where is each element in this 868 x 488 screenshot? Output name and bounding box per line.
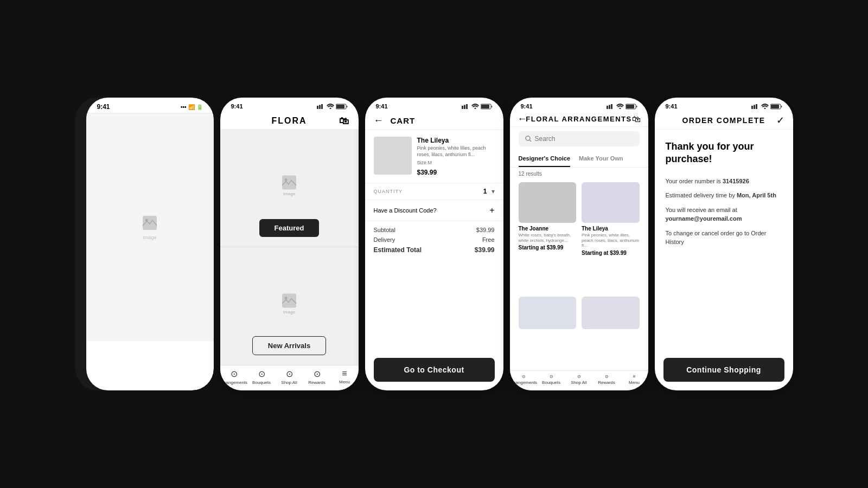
cart-item-details: The Lileya Pink peonies, white lilies, p…: [417, 137, 495, 176]
tab-make-your-own[interactable]: Make Your Own: [579, 151, 623, 167]
nav-rewards[interactable]: ⊙ Rewards: [303, 369, 331, 385]
new-arrivals-section: Image New Arrivals: [220, 247, 359, 365]
arrangements-icon: ⊙: [231, 369, 238, 379]
phone-flora-home: 9:41 FLORA 🛍 Image Featured: [220, 98, 359, 390]
arr-nav-bouquets[interactable]: ⊙ Bouquets: [538, 374, 565, 385]
svg-line-25: [529, 140, 531, 142]
svg-rect-27: [754, 105, 755, 110]
search-input[interactable]: [535, 135, 633, 143]
arr-nav-shop-all[interactable]: ⊙ Shop All: [565, 374, 593, 385]
cart-quantity-value: 1: [483, 188, 487, 195]
cart-discount-label: Have a Discount Code?: [374, 207, 437, 214]
svg-rect-17: [481, 105, 489, 108]
svg-rect-23: [626, 105, 634, 108]
search-bar[interactable]: [519, 131, 640, 146]
new-arrivals-button[interactable]: New Arrivals: [252, 336, 326, 355]
order-number: 31415926: [723, 178, 749, 184]
product-card-3[interactable]: [519, 297, 577, 367]
cart-back-button[interactable]: ←: [374, 115, 384, 126]
tabs-row: Designer's Choice Make Your Own: [510, 151, 648, 168]
svg-point-15: [474, 108, 476, 110]
svg-rect-14: [466, 104, 468, 109]
flora-sections: Image Featured Image New Arrivals: [220, 129, 359, 365]
time-ghost: 9:41: [97, 103, 110, 111]
phone-cart: 9:41 ← CART The Lileya Pink peonies, whi…: [365, 98, 503, 390]
featured-section: Image Featured: [220, 129, 359, 247]
signal-ghost: •••: [181, 104, 187, 110]
cart-subtotal-row: Subtotal $39.99: [374, 227, 495, 233]
product-card-lileya[interactable]: The Lileya Pink peonies, white lilies, p…: [582, 182, 640, 291]
svg-rect-19: [609, 105, 610, 110]
order-checkmark-icon: ✓: [776, 114, 784, 126]
arr-nav-menu[interactable]: ≡ Menu: [621, 374, 648, 385]
svg-rect-10: [282, 294, 296, 308]
nav-bouquets[interactable]: ⊙ Bouquets: [248, 369, 276, 385]
status-icons-arrangements: [607, 104, 637, 110]
svg-rect-20: [611, 104, 612, 109]
menu-icon: ≡: [342, 369, 347, 378]
continue-shopping-button[interactable]: Continue Shopping: [663, 358, 784, 382]
cart-total-val: $39.99: [475, 246, 495, 254]
cart-quantity-label: QUANTITY: [374, 189, 403, 194]
cart-item-desc: Pink peonies, white lilies, peach roses,…: [417, 145, 495, 158]
arrangements-back-button[interactable]: ←: [518, 113, 527, 125]
cart-content: The Lileya Pink peonies, white lilies, p…: [365, 130, 503, 390]
order-cancel-row: To change or cancel order go to Order Hi…: [666, 229, 782, 247]
cart-quantity-dropdown[interactable]: ▾: [492, 188, 495, 195]
flora-title: FLORA: [271, 116, 307, 126]
product-card-4[interactable]: [582, 297, 640, 367]
arrangements-header: ← FLORAL ARRANGEMENTS 🛍: [510, 112, 648, 127]
arr-nav-rewards-label: Rewards: [598, 380, 615, 385]
nav-menu-label: Menu: [339, 380, 350, 384]
status-bar-ghost: 9:41 ••• 📶 🔋: [86, 98, 214, 113]
cart-totals: Subtotal $39.99 Delivery Free Estimated …: [365, 221, 503, 262]
arr-menu-icon: ≡: [633, 374, 636, 379]
nav-arrangements[interactable]: ⊙ Arrangements: [220, 369, 248, 385]
arr-shop-all-icon: ⊙: [577, 374, 581, 379]
svg-point-24: [526, 136, 530, 140]
featured-button[interactable]: Featured: [259, 219, 320, 237]
shop-all-icon: ⊙: [286, 369, 293, 379]
status-icons-cart: [462, 104, 493, 110]
arr-nav-arrangements[interactable]: ⊙ Arrangements: [510, 374, 538, 385]
order-delivery-row: Estimated delivery time by Mon, April 5t…: [666, 191, 782, 200]
order-email-label: You will receive an email at: [666, 206, 782, 215]
svg-rect-31: [771, 105, 779, 108]
arrangements-bottom-nav: ⊙ Arrangements ⊙ Bouquets ⊙ Shop All ⊙ R…: [510, 370, 648, 390]
cart-item-price: $39.99: [417, 169, 495, 176]
cart-total-label: Estimated Total: [374, 246, 422, 254]
arrangements-cart-icon[interactable]: 🛍: [632, 114, 641, 124]
arr-nav-rewards[interactable]: ⊙ Rewards: [593, 374, 621, 385]
product-price-joanne: Starting at $39.99: [519, 245, 577, 251]
product-desc-joanne: White roses, baby's breath, white orchid…: [519, 233, 577, 243]
cart-discount-plus[interactable]: +: [489, 206, 494, 215]
order-number-label: Your order number is: [666, 178, 723, 184]
cart-discount-row[interactable]: Have a Discount Code? +: [365, 200, 503, 221]
status-icons-order: [751, 104, 782, 110]
cart-delivery-label: Delivery: [374, 236, 395, 243]
svg-rect-8: [282, 176, 296, 190]
flora-cart-icon[interactable]: 🛍: [339, 115, 350, 127]
svg-rect-4: [321, 104, 323, 109]
status-bar-order: 9:41: [655, 98, 793, 112]
new-arrivals-image-placeholder: Image: [282, 293, 297, 314]
product-image-4: [582, 297, 640, 329]
cart-delivery-val: Free: [482, 236, 495, 243]
svg-rect-28: [756, 104, 757, 109]
phones-container: 9:41 ••• 📶 🔋 Image 9:41: [75, 98, 793, 390]
battery-ghost: 🔋: [196, 104, 203, 110]
tab-designers-choice[interactable]: Designer's Choice: [519, 151, 571, 167]
results-count: 12 results: [510, 168, 648, 179]
cart-header: ← CART: [365, 112, 503, 130]
product-desc-lileya: Pink peonies, white lilies, peach roses,…: [582, 233, 640, 248]
arr-nav-menu-label: Menu: [629, 380, 640, 385]
nav-shop-all[interactable]: ⊙ Shop All: [276, 369, 303, 385]
cart-delivery-row: Delivery Free: [374, 236, 495, 243]
svg-point-21: [619, 108, 621, 110]
checkout-button[interactable]: Go to Checkout: [374, 358, 495, 382]
product-card-joanne[interactable]: The Joanne White roses, baby's breath, w…: [519, 182, 577, 291]
product-image-lileya: [582, 182, 640, 223]
nav-menu[interactable]: ≡ Menu: [331, 369, 359, 385]
product-image-3: [519, 297, 577, 329]
arrangements-title: FLORAL ARRANGEMENTS: [519, 115, 640, 123]
